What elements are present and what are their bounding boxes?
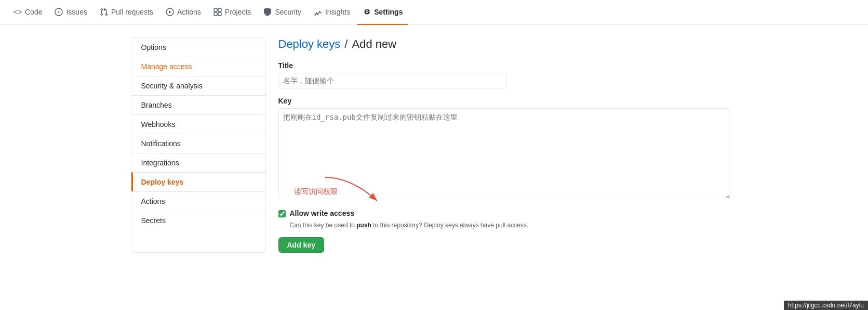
nav-projects[interactable]: Projects bbox=[208, 0, 257, 25]
sidebar-item-options[interactable]: Options bbox=[131, 38, 265, 57]
sidebar-item-notifications[interactable]: Notifications bbox=[131, 134, 265, 153]
page-header: Deploy keys / Add new bbox=[278, 37, 738, 51]
nav-actions[interactable]: Actions bbox=[161, 0, 206, 25]
key-textarea-container: 读写访问权限 bbox=[278, 108, 730, 201]
nav-security[interactable]: Security bbox=[258, 0, 306, 25]
svg-marker-3 bbox=[169, 10, 171, 14]
issues-icon bbox=[55, 8, 63, 16]
sidebar-item-security-analysis[interactable]: Security & analysis bbox=[131, 76, 265, 95]
add-key-button[interactable]: Add key bbox=[278, 237, 324, 253]
svg-point-1 bbox=[58, 11, 60, 12]
page-layout: Options Manage access Security & analysi… bbox=[123, 37, 746, 253]
title-input[interactable] bbox=[278, 73, 507, 88]
key-form-group: Key 读写访问权限 bbox=[278, 97, 738, 201]
allow-write-access-checkbox[interactable] bbox=[278, 210, 286, 217]
sidebar-item-secrets[interactable]: Secrets bbox=[131, 211, 265, 230]
sidebar: Options Manage access Security & analysi… bbox=[131, 37, 266, 253]
allow-write-access-description: Can this key be used to push to this rep… bbox=[290, 222, 738, 229]
nav-issues[interactable]: Issues bbox=[49, 0, 92, 25]
svg-rect-7 bbox=[218, 12, 221, 16]
nav-code[interactable]: <> Code bbox=[8, 0, 47, 25]
annotation-text: 读写访问权限 bbox=[294, 187, 338, 197]
security-icon bbox=[263, 8, 272, 16]
insights-icon bbox=[314, 8, 322, 16]
title-form-group: Title bbox=[278, 61, 738, 88]
svg-rect-5 bbox=[218, 8, 221, 11]
actions-icon bbox=[166, 8, 174, 16]
sidebar-item-actions[interactable]: Actions bbox=[131, 191, 265, 211]
sidebar-item-webhooks[interactable]: Webhooks bbox=[131, 114, 265, 134]
nav-insights[interactable]: Insights bbox=[309, 0, 355, 25]
sidebar-item-integrations[interactable]: Integrations bbox=[131, 153, 265, 172]
svg-rect-6 bbox=[214, 12, 217, 16]
projects-icon bbox=[213, 8, 222, 16]
push-bold-text: push bbox=[356, 222, 371, 229]
sidebar-item-branches[interactable]: Branches bbox=[131, 95, 265, 114]
main-content: Deploy keys / Add new Title Key 读写访问权限 bbox=[278, 37, 738, 253]
key-label: Key bbox=[278, 97, 738, 105]
key-textarea[interactable] bbox=[278, 108, 730, 199]
top-navigation: <> Code Issues Pull requests Actions bbox=[0, 0, 868, 25]
pull-requests-icon bbox=[100, 8, 108, 16]
deploy-keys-breadcrumb-link[interactable]: Deploy keys bbox=[278, 37, 341, 51]
nav-pull-requests[interactable]: Pull requests bbox=[95, 0, 158, 25]
code-icon: <> bbox=[14, 8, 22, 16]
title-label: Title bbox=[278, 61, 738, 70]
sidebar-item-manage-access[interactable]: Manage access bbox=[131, 57, 265, 76]
settings-icon: ⚙ bbox=[363, 8, 371, 16]
allow-write-access-label[interactable]: Allow write access bbox=[290, 209, 355, 217]
svg-rect-4 bbox=[214, 8, 217, 11]
nav-settings[interactable]: ⚙ Settings bbox=[357, 0, 408, 25]
allow-write-access-checkbox-group: Allow write access bbox=[278, 209, 738, 217]
sidebar-item-deploy-keys[interactable]: Deploy keys bbox=[131, 172, 265, 191]
breadcrumb-separator: / bbox=[344, 37, 348, 51]
breadcrumb-current: Add new bbox=[352, 37, 396, 51]
